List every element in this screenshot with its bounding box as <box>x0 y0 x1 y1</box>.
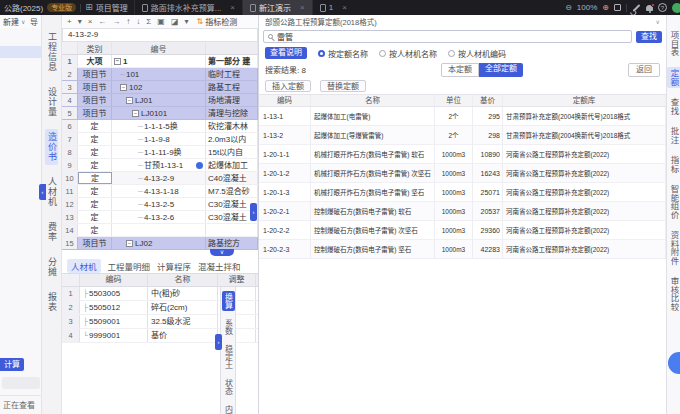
table-row[interactable]: 12定─4-13-2-5C30混凝土 <box>62 198 258 211</box>
left-nav-item[interactable]: 报表 <box>45 289 58 315</box>
expand-toggle-icon[interactable]: − <box>114 58 121 65</box>
zoom-in-icon[interactable]: ⊕ <box>602 3 609 12</box>
delete-icon[interactable]: × <box>88 15 93 28</box>
close-icon[interactable]: × <box>230 3 235 12</box>
import-button[interactable]: 导 <box>30 16 38 27</box>
table-row[interactable]: 4项目节−LJ01场地清理 <box>62 94 258 107</box>
search-mode-radio[interactable]: 按定额名称 <box>318 48 368 59</box>
project-manager-button[interactable]: ⊞ 项目管理 <box>85 2 128 13</box>
expand-toggle-icon[interactable]: − <box>132 110 139 117</box>
bottom-tab[interactable]: 工程量明细 <box>108 260 151 272</box>
avatar[interactable] <box>672 3 680 13</box>
quota-library-selector[interactable]: 部颁公路工程预算定额(2018格式) ∨ <box>259 15 666 28</box>
indicator-check-button[interactable]: ⇅指标检测 <box>196 16 237 27</box>
titlebar-tab[interactable]: 新江演示× <box>242 0 312 15</box>
right-nav-item[interactable]: 查找 <box>667 96 680 117</box>
search-mode-radio[interactable]: 按人材机编码 <box>448 48 506 59</box>
table-row[interactable]: 14定 <box>62 224 258 237</box>
quota-row[interactable]: 1-20-2-1控制爆破石方(数码电子雷管) 软石1000m320537河南省公… <box>259 202 666 221</box>
right-nav-item[interactable]: 指标 <box>667 154 680 175</box>
expand-panel-handle-icon[interactable]: › <box>250 203 257 221</box>
quota-row[interactable]: 1-20-1-1机械打眼开炸石方(数码电子雷管) 软石1000m310890河南… <box>259 145 666 164</box>
help-icon[interactable]: ? <box>658 3 667 12</box>
close-icon[interactable]: × <box>342 3 347 12</box>
side-tab[interactable]: 系数 <box>222 317 235 337</box>
back-button[interactable]: 返回 <box>628 63 660 77</box>
table-row[interactable]: 5项目节−LJ0101清理与挖除 <box>62 107 258 120</box>
save-icon[interactable]: ▣ <box>157 15 165 28</box>
right-nav-item[interactable]: 智能组价 <box>667 183 680 221</box>
fullscreen-icon[interactable] <box>614 4 621 11</box>
quota-row[interactable]: 1-20-1-3机械打眼开炸石方(数码电子雷管) 坚石1000m325071河南… <box>259 183 666 202</box>
search-mode-radio[interactable]: 按人材机名称 <box>379 48 437 59</box>
table-row[interactable]: 7定─1-1-9-82.0m3以内 <box>62 133 258 146</box>
splitter-handle[interactable]: ∨ <box>210 249 234 256</box>
quota-row[interactable]: 1-20-2-2控制爆破石方(数码电子雷管) 次坚石1000m329360河南省… <box>259 221 666 240</box>
table-row[interactable]: 13定─4-13-2-6C30混凝土 <box>62 211 258 224</box>
right-nav-item[interactable]: 资料附件 <box>667 229 680 267</box>
scope-local-button[interactable]: 本定额 <box>441 63 479 77</box>
bottom-tab[interactable]: 计算程序 <box>157 260 191 272</box>
side-tab[interactable]: 状态 <box>222 377 235 397</box>
left-nav-item[interactable]: 设计量 <box>45 84 58 120</box>
quota-row[interactable]: 1-13-2起爆体加工(导爆管雷管)2个298甘肃预算补充定额(2004换新代号… <box>259 126 666 145</box>
table-row[interactable]: 1大项−1第一部分 建 <box>62 55 258 68</box>
table-row[interactable]: 11定─4-13-1-18M7.5混合砂 <box>62 185 258 198</box>
arrow-down-icon[interactable]: ↓ <box>136 15 140 28</box>
new-button[interactable]: 新建 <box>3 16 19 27</box>
table-row[interactable]: 3项目节−102路基工程 <box>62 81 258 94</box>
bottom-tab[interactable]: 混凝土拌和 <box>198 260 241 272</box>
table-row[interactable]: 9定─甘预1-13-1起爆体加工 <box>62 159 258 172</box>
right-nav-item[interactable]: 项目表 <box>667 29 680 59</box>
expand-toggle-icon[interactable]: − <box>120 84 127 91</box>
expand-subpanel-handle-icon[interactable]: › <box>215 334 222 350</box>
table-row[interactable]: 6定─1-1-1-5换砍挖灌木林 <box>62 120 258 133</box>
format-icon[interactable]: ◪ <box>171 15 179 28</box>
find-button[interactable]: 查找 <box>636 31 662 43</box>
side-tab[interactable]: 内容 <box>222 403 235 414</box>
right-nav-item[interactable]: 批注 <box>667 125 680 146</box>
titlebar-tab[interactable]: 路面排水补充预算...× <box>134 0 242 15</box>
left-nav-item[interactable]: 费率 <box>45 219 58 245</box>
arrow-up-icon[interactable]: ↑ <box>126 15 130 28</box>
caret-down-icon[interactable]: ▾ <box>78 15 82 28</box>
insert-quota-button[interactable]: 插入定额 <box>265 80 311 92</box>
right-nav-item[interactable]: 定额 <box>667 67 680 88</box>
right-nav-item[interactable]: 审核比较 <box>667 275 680 313</box>
quota-row[interactable]: 1-20-1-2机械打眼开炸石方(数码电子雷管) 次坚石1000m316243河… <box>259 164 666 183</box>
view-description-button[interactable]: 查看说明 <box>265 47 307 59</box>
left-nav-item[interactable]: 造价书 <box>45 129 58 165</box>
side-tab[interactable]: 稳定土 <box>222 343 235 371</box>
zoom-out-icon[interactable]: ⊖ <box>565 3 572 12</box>
table-row[interactable]: 2项目节─101临时工程 <box>62 68 258 81</box>
sum-icon[interactable]: Σ <box>146 15 151 28</box>
tree-selected-row[interactable] <box>0 46 42 58</box>
wrench-icon[interactable] <box>633 4 641 12</box>
cell-reference-bar[interactable]: 4-13-2-9 <box>62 28 258 42</box>
left-nav-item[interactable]: 分摊 <box>45 254 58 280</box>
expand-toggle-icon[interactable]: − <box>126 97 133 104</box>
quota-row[interactable]: 1-20-2-3控制爆破石方(数码电子雷管) 坚石1000m342283河南省公… <box>259 240 666 259</box>
arrow-left-icon[interactable]: ← <box>98 15 106 28</box>
add-icon[interactable]: + <box>67 15 72 28</box>
side-tab[interactable]: 换算 <box>222 291 235 311</box>
left-nav-item[interactable]: 工程信息 <box>45 29 58 75</box>
replace-quota-button[interactable]: 替换定额 <box>320 80 366 92</box>
note-marker-icon[interactable] <box>196 162 203 169</box>
expand-toggle-icon[interactable]: − <box>126 240 133 247</box>
titlebar-tab[interactable]: 1× <box>312 0 354 15</box>
quota-row[interactable]: 1-13-1起爆体加工(电雷管)2个295甘肃预算补充定额(2004换新代号)2… <box>259 107 666 126</box>
close-icon[interactable]: × <box>300 3 305 12</box>
left-nav-item[interactable]: 人材机 <box>45 174 58 210</box>
scope-all-button[interactable]: 全部定额 <box>479 63 523 77</box>
table-row[interactable]: 10定─4-13-2-9C40混凝土 <box>62 172 258 185</box>
calculate-button[interactable]: 计算 <box>0 358 24 371</box>
notification-bell-icon[interactable] <box>646 5 653 11</box>
bottom-tab[interactable]: 人材机 <box>67 259 101 273</box>
table-row[interactable]: 8定─1-1-11-9换15t以内自 <box>62 146 258 159</box>
caret-down-icon[interactable]: ▾ <box>184 15 188 28</box>
collapse-handle-icon[interactable]: ‹ <box>39 184 46 200</box>
arrow-right-icon[interactable]: → <box>112 15 120 28</box>
column-header: 名称 <box>148 274 218 286</box>
search-input[interactable]: 雷管 <box>263 30 632 43</box>
